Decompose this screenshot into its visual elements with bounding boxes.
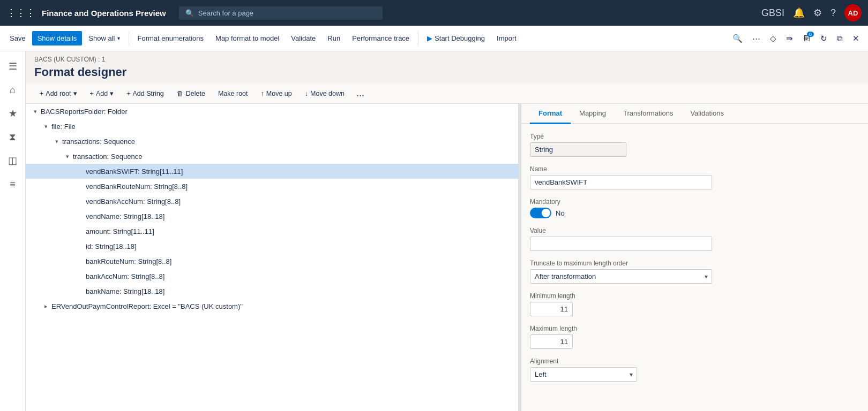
tree-row[interactable]: id: String[18..18] [26, 239, 518, 254]
more-actions-button[interactable]: ⋯ [748, 31, 765, 47]
tree-toggle-icon [73, 241, 84, 252]
tree-toggle-icon [73, 256, 84, 267]
max-length-input[interactable] [530, 334, 573, 349]
tree-panel: ▾BACSReportsFolder: Folder▾file: File▾tr… [26, 104, 519, 411]
map-format-to-model-button[interactable]: Map format to model [210, 31, 285, 45]
tree-item-label: bankRouteNum: String[8..8] [84, 257, 171, 265]
tree-row[interactable]: ▾file: File [26, 119, 518, 134]
type-input[interactable] [530, 142, 626, 157]
import-button[interactable]: Import [491, 31, 522, 45]
tab-mapping[interactable]: Mapping [571, 104, 615, 124]
diamond-icon[interactable]: ◇ [766, 31, 781, 47]
truncate-label: Truncate to maximum length order [530, 260, 859, 267]
notification-icon[interactable]: 🔔 [793, 7, 805, 19]
validate-button[interactable]: Validate [286, 31, 321, 45]
type-field-group: Type [530, 133, 859, 157]
action-bar: Save Show details Show all ▾ Format enum… [0, 26, 868, 51]
top-nav-bar: ⋮⋮⋮ Finance and Operations Preview 🔍 Sea… [0, 0, 868, 26]
tree-toggle-icon[interactable]: ▸ [41, 301, 51, 311]
tab-format[interactable]: Format [530, 104, 571, 124]
tab-validations[interactable]: Validations [682, 104, 732, 124]
settings-icon[interactable]: ⚙ [813, 7, 822, 19]
truncate-select[interactable]: After transformation Before transformati… [530, 269, 712, 284]
value-field-group: Value [530, 227, 859, 251]
value-label: Value [530, 227, 859, 234]
tree-row[interactable]: vendBankAccNum: String[8..8] [26, 194, 518, 209]
move-down-button[interactable]: ↓ Move down [300, 87, 350, 100]
alignment-select[interactable]: Left Right Center [530, 367, 637, 382]
tree-toggle-icon [73, 226, 84, 237]
tree-row[interactable]: bankName: String[18..18] [26, 284, 518, 299]
mandatory-label: Mandatory [530, 198, 859, 206]
max-length-field-group: Maximum length [530, 325, 859, 349]
close-icon[interactable]: ✕ [848, 31, 864, 47]
search-placeholder: Search for a page [198, 9, 253, 17]
move-up-icon: ↑ [261, 90, 264, 97]
tree-row[interactable]: ▾BACSReportsFolder: Folder [26, 104, 518, 119]
value-input[interactable] [530, 237, 712, 251]
format-toolbar: + Add root ▾ + Add ▾ + Add String 🗑 Dele… [26, 83, 868, 104]
tree-row[interactable]: ▾transaction: Sequence [26, 149, 518, 164]
left-nav: ☰ ⌂ ★ ⧗ ◫ ≡ [0, 51, 26, 411]
pop-out-icon[interactable]: ⧉ [833, 31, 847, 47]
layout-icon[interactable]: ⇛ [782, 31, 797, 47]
truncate-field-group: Truncate to maximum length order After t… [530, 260, 859, 284]
tree-toggle-icon [73, 166, 84, 177]
max-length-label: Maximum length [530, 325, 859, 332]
tree-row[interactable]: amount: String[11..11] [26, 224, 518, 239]
help-icon[interactable]: ? [830, 7, 836, 19]
tree-toggle-icon[interactable]: ▾ [30, 106, 41, 117]
nav-menu-icon[interactable]: ☰ [2, 56, 24, 77]
run-button[interactable]: Run [322, 31, 346, 45]
nav-workspace-icon[interactable]: ◫ [2, 150, 24, 171]
add-root-button[interactable]: + Add root ▾ [34, 87, 83, 100]
search-action-icon[interactable]: 🔍 [728, 31, 747, 47]
format-enumerations-button[interactable]: Format enumerations [132, 31, 209, 45]
show-details-button[interactable]: Show details [32, 31, 83, 45]
tree-row[interactable]: bankAccNum: String[8..8] [26, 269, 518, 284]
apps-icon[interactable]: ⋮⋮⋮ [6, 7, 35, 19]
nav-recent-icon[interactable]: ⧗ [2, 126, 24, 148]
tree-row[interactable]: bankRouteNum: String[8..8] [26, 254, 518, 269]
nav-list-icon[interactable]: ≡ [2, 173, 24, 195]
add-string-button[interactable]: + Add String [121, 87, 169, 100]
search-bar[interactable]: 🔍 Search for a page [179, 6, 383, 20]
tree-toggle-icon[interactable]: ▾ [51, 136, 62, 147]
tree-toggle-icon[interactable]: ▾ [41, 121, 51, 132]
tree-toggle-icon [73, 271, 84, 281]
tree-item-label: bankName: String[18..18] [84, 287, 164, 295]
tab-transformations[interactable]: Transformations [615, 104, 682, 124]
badge-icon[interactable]: 🖹 0 [798, 31, 815, 46]
tree-row[interactable]: vendName: String[18..18] [26, 209, 518, 224]
name-input[interactable] [530, 175, 712, 189]
nav-star-icon[interactable]: ★ [2, 103, 24, 124]
show-all-label: Show all [88, 34, 115, 42]
save-button[interactable]: Save [4, 31, 31, 45]
tree-item-label: amount: String[11..11] [84, 227, 154, 235]
refresh-icon[interactable]: ↻ [816, 31, 832, 47]
tree-row[interactable]: vendBankRouteNum: String[8..8] [26, 179, 518, 194]
add-button[interactable]: + Add ▾ [85, 87, 119, 100]
performance-trace-button[interactable]: Performance trace [347, 31, 415, 45]
min-length-label: Minimum length [530, 292, 859, 300]
min-length-input[interactable] [530, 302, 573, 316]
content-area: BACS (UK CUSTOM) : 1 Format designer + A… [26, 51, 868, 411]
tree-item-label: vendBankSWIFT: String[11..11] [84, 168, 183, 176]
tree-toggle-icon [73, 196, 84, 207]
move-up-button[interactable]: ↑ Move up [256, 87, 297, 100]
mandatory-field-group: Mandatory No [530, 198, 859, 218]
tree-row[interactable]: ▸ERVendOutPaymControlReport: Excel = "BA… [26, 299, 518, 314]
more-button[interactable]: ... [352, 86, 369, 101]
tree-row[interactable]: vendBankSWIFT: String[11..11] [26, 164, 518, 179]
app-title: Finance and Operations Preview [42, 9, 166, 18]
mandatory-toggle[interactable] [530, 208, 551, 218]
nav-home-icon[interactable]: ⌂ [2, 79, 24, 101]
tree-row[interactable]: ▾transactions: Sequence [26, 134, 518, 149]
start-debugging-button[interactable]: ▶ Start Debugging [422, 31, 490, 45]
tree-toggle-icon[interactable]: ▾ [62, 151, 73, 162]
user-avatar[interactable]: AD [844, 4, 862, 21]
delete-button[interactable]: 🗑 Delete [171, 87, 211, 100]
make-root-button[interactable]: Make root [213, 87, 253, 100]
right-panel: Format Mapping Transformations Validatio… [521, 104, 868, 411]
show-all-button[interactable]: Show all ▾ [83, 31, 125, 45]
